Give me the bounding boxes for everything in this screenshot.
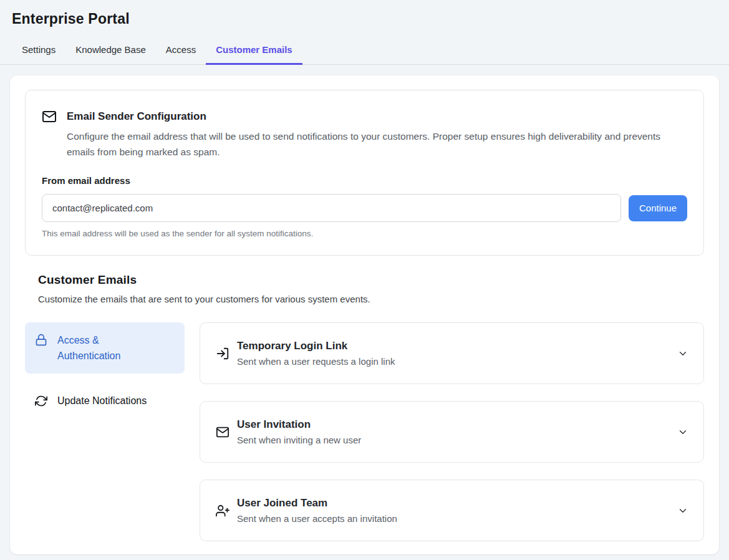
category-label: Update Notifications	[57, 395, 147, 407]
login-icon	[216, 347, 229, 360]
chevron-down-icon[interactable]	[677, 505, 688, 516]
section-description: Customize the emails that are sent to yo…	[38, 294, 704, 304]
email-card-user-invitation[interactable]: User Invitation Sent when inviting a new…	[200, 401, 704, 463]
tab-customer-emails[interactable]: Customer Emails	[206, 38, 302, 65]
email-card-temporary-login-link[interactable]: Temporary Login Link Sent when a user re…	[200, 322, 704, 384]
category-item-access-authentication[interactable]: Access & Authentication	[25, 322, 185, 374]
category-item-update-notifications[interactable]: Update Notifications	[25, 385, 185, 417]
main-panel: Email Sender Configuration Configure the…	[10, 75, 719, 554]
email-card-user-joined-team[interactable]: User Joined Team Sent when a user accept…	[200, 480, 704, 541]
section-title: Customer Emails	[38, 273, 704, 287]
lock-icon	[35, 334, 47, 346]
email-subtitle: Sent when a user requests a login link	[237, 356, 677, 367]
tab-knowledge-base[interactable]: Knowledge Base	[65, 38, 156, 65]
email-sender-config-card: Email Sender Configuration Configure the…	[25, 90, 704, 256]
tab-bar: Settings Knowledge Base Access Customer …	[0, 38, 729, 65]
card-description: Configure the email address that will be…	[67, 128, 681, 160]
category-list: Access & Authentication Update Notificat…	[25, 322, 185, 417]
user-plus-icon	[216, 504, 229, 518]
email-list: Temporary Login Link Sent when a user re…	[200, 322, 704, 541]
tab-access[interactable]: Access	[156, 38, 206, 65]
category-label: Access & Authentication	[57, 332, 151, 364]
continue-button[interactable]: Continue	[629, 195, 687, 221]
email-title: User Joined Team	[237, 497, 677, 509]
chevron-down-icon[interactable]	[677, 348, 688, 359]
from-email-input[interactable]	[42, 194, 621, 222]
email-title: User Invitation	[237, 418, 677, 431]
refresh-icon	[35, 395, 47, 407]
email-subtitle: Sent when a user accepts an invitation	[237, 513, 677, 524]
page-title: Enterprise Portal	[12, 11, 717, 27]
from-email-label: From email address	[42, 175, 687, 186]
chevron-down-icon[interactable]	[677, 427, 688, 438]
mail-icon	[42, 109, 57, 124]
email-title: Temporary Login Link	[237, 340, 677, 352]
email-subtitle: Sent when inviting a new user	[237, 435, 677, 445]
input-helper-text: This email address will be used as the s…	[42, 229, 687, 238]
tab-settings[interactable]: Settings	[12, 38, 65, 65]
card-title: Email Sender Configuration	[67, 110, 206, 123]
page-header: Enterprise Portal	[0, 0, 729, 27]
mail-icon	[216, 425, 229, 439]
